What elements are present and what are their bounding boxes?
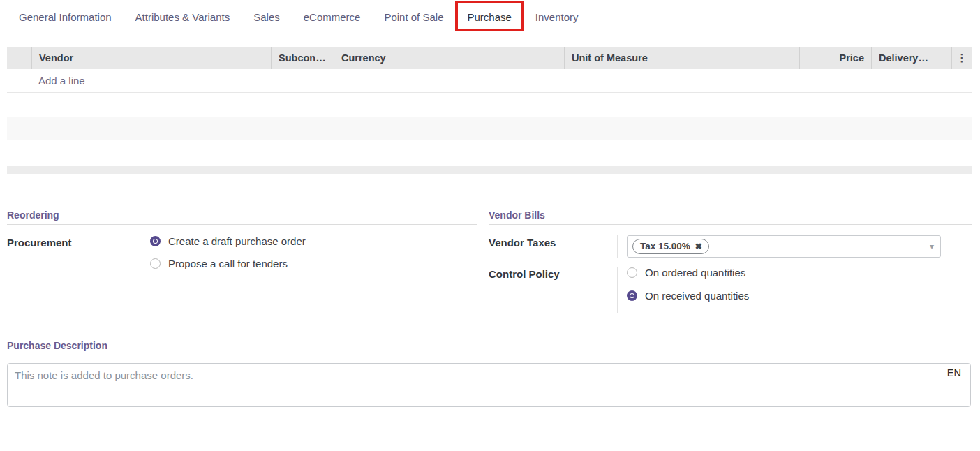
column-header-price[interactable]: Price <box>799 47 871 69</box>
radio-label: Propose a call for tenders <box>168 258 288 269</box>
radio-unselected-icon[interactable] <box>150 258 161 269</box>
tab-point-of-sale[interactable]: Point of Sale <box>384 11 443 23</box>
column-header-unit-of-measure[interactable]: Unit of Measure <box>564 47 799 69</box>
purchase-description-box: EN <box>7 363 971 410</box>
vendor-bills-group: Vendor Bills Vendor Taxes Tax 15.00% ✖ ▾… <box>489 209 972 313</box>
tab-inventory[interactable]: Inventory <box>535 11 579 23</box>
vendor-pricelist-table: Vendor Subcon… Currency Unit of Measure … <box>7 47 972 174</box>
empty-table-row <box>7 140 972 164</box>
row-handle-column-header <box>7 47 31 69</box>
radio-propose-call-for-tenders[interactable]: Propose a call for tenders <box>150 258 477 269</box>
radio-selected-icon[interactable] <box>627 290 637 301</box>
purchase-description-textarea[interactable] <box>7 363 971 407</box>
tab-sales[interactable]: Sales <box>253 11 280 23</box>
empty-table-row <box>7 93 972 117</box>
procurement-label: Procurement <box>7 235 133 280</box>
notebook-tabs: General Information Attributes & Variant… <box>0 0 980 34</box>
reordering-group: Reordering Procurement Create a draft pu… <box>7 209 477 280</box>
add-a-line-link[interactable]: Add a line <box>38 75 85 87</box>
radio-label: On received quantities <box>645 290 749 302</box>
dropdown-caret-icon[interactable]: ▾ <box>930 242 934 251</box>
tab-attributes-variants[interactable]: Attributes & Variants <box>135 11 230 23</box>
language-badge[interactable]: EN <box>947 367 961 378</box>
radio-unselected-icon[interactable] <box>627 267 637 278</box>
vendor-taxes-label: Vendor Taxes <box>489 235 617 258</box>
radio-on-ordered-quantities[interactable]: On ordered quantities <box>627 267 972 279</box>
tab-ecommerce[interactable]: eCommerce <box>304 11 361 23</box>
vendor-taxes-field-cell: Tax 15.00% ✖ ▾ <box>617 235 972 258</box>
control-policy-label: Control Policy <box>489 267 617 313</box>
tab-general-information[interactable]: General Information <box>19 11 112 23</box>
tax-tag-label: Tax 15.00% <box>640 241 690 251</box>
reordering-section-title: Reordering <box>7 209 477 225</box>
kebab-icon: ⋮ <box>957 52 967 64</box>
table-footer-bar <box>7 166 972 174</box>
radio-label: On ordered quantities <box>645 267 745 279</box>
vendor-bills-section-title: Vendor Bills <box>489 209 972 225</box>
purchase-description-group: Purchase Description EN <box>7 340 971 410</box>
tax-tag-remove-icon[interactable]: ✖ <box>695 242 702 251</box>
column-header-subcontracted[interactable]: Subcon… <box>271 47 334 69</box>
control-policy-options: On ordered quantities On received quanti… <box>617 267 972 313</box>
vendor-taxes-row: Vendor Taxes Tax 15.00% ✖ ▾ <box>489 235 972 258</box>
column-header-currency[interactable]: Currency <box>334 47 564 69</box>
control-policy-row: Control Policy On ordered quantities On … <box>489 267 972 313</box>
radio-selected-icon[interactable] <box>150 236 161 246</box>
procurement-options: Create a draft purchase order Propose a … <box>133 235 477 280</box>
tab-purchase[interactable]: Purchase <box>467 11 511 23</box>
table-header-row: Vendor Subcon… Currency Unit of Measure … <box>7 47 972 69</box>
radio-on-received-quantities[interactable]: On received quantities <box>627 290 972 302</box>
vendor-taxes-input[interactable]: Tax 15.00% ✖ ▾ <box>627 235 941 258</box>
column-header-vendor[interactable]: Vendor <box>31 47 271 69</box>
empty-table-row <box>7 117 972 140</box>
column-header-subcontracted-label: Subcon… <box>279 52 326 64</box>
add-line-row: Add a line <box>7 69 972 93</box>
column-header-delivery-lead-time[interactable]: Delivery… <box>871 47 951 69</box>
radio-label: Create a draft purchase order <box>168 235 306 247</box>
radio-create-draft-purchase-order[interactable]: Create a draft purchase order <box>150 235 477 247</box>
procurement-row: Procurement Create a draft purchase orde… <box>7 235 477 280</box>
optional-columns-toggle[interactable]: ⋮ <box>951 47 972 69</box>
tax-tag[interactable]: Tax 15.00% ✖ <box>632 239 709 254</box>
purchase-description-section-title: Purchase Description <box>7 340 971 355</box>
column-header-delivery-label: Delivery… <box>879 52 928 64</box>
